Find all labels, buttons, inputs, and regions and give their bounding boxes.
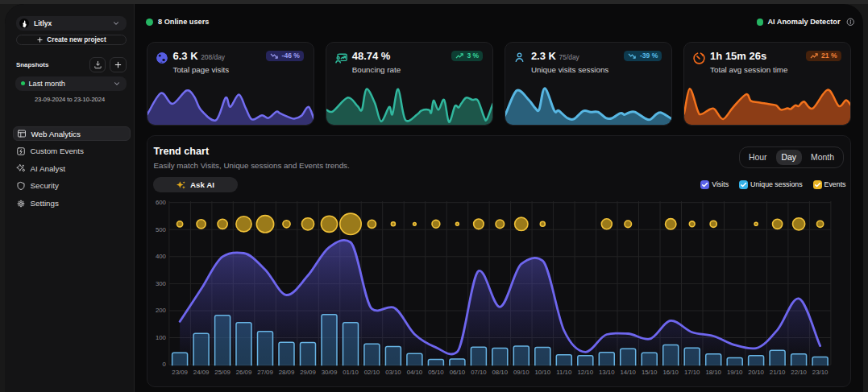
svg-text:100: 100 — [156, 334, 167, 341]
svg-text:21/10: 21/10 — [770, 369, 786, 376]
svg-text:16/10: 16/10 — [662, 369, 679, 376]
svg-text:06/10: 06/10 — [450, 369, 466, 376]
svg-text:200: 200 — [156, 307, 167, 314]
svg-text:14/10: 14/10 — [620, 369, 636, 376]
svg-text:09/10: 09/10 — [513, 369, 530, 376]
svg-text:500: 500 — [156, 226, 167, 233]
svg-text:13/10: 13/10 — [599, 369, 615, 376]
svg-text:05/10: 05/10 — [428, 369, 444, 376]
svg-text:24/09: 24/09 — [193, 369, 210, 376]
svg-text:04/10: 04/10 — [407, 369, 423, 376]
svg-text:19/10: 19/10 — [727, 369, 743, 376]
svg-text:15/10: 15/10 — [642, 369, 658, 376]
svg-text:20/10: 20/10 — [748, 369, 764, 376]
svg-text:17/10: 17/10 — [684, 369, 700, 376]
svg-text:29/09: 29/09 — [300, 369, 316, 376]
svg-text:0: 0 — [163, 361, 167, 368]
svg-text:600: 600 — [156, 199, 167, 206]
svg-text:02/10: 02/10 — [364, 369, 380, 376]
svg-text:300: 300 — [156, 280, 167, 287]
svg-text:25/09: 25/09 — [214, 369, 230, 376]
svg-text:22/10: 22/10 — [791, 369, 807, 376]
svg-text:12/10: 12/10 — [578, 369, 594, 376]
svg-text:23/10: 23/10 — [812, 369, 829, 376]
svg-text:400: 400 — [156, 253, 167, 260]
svg-text:28/09: 28/09 — [279, 369, 295, 376]
svg-text:10/10: 10/10 — [535, 369, 551, 376]
svg-text:23/09: 23/09 — [172, 369, 188, 376]
svg-text:18/10: 18/10 — [705, 369, 721, 376]
svg-text:30/09: 30/09 — [322, 369, 338, 376]
svg-text:07/10: 07/10 — [471, 369, 487, 376]
svg-text:27/09: 27/09 — [257, 369, 273, 376]
svg-text:03/10: 03/10 — [385, 369, 401, 376]
svg-text:26/09: 26/09 — [236, 369, 252, 376]
svg-text:11/10: 11/10 — [556, 369, 572, 376]
svg-text:08/10: 08/10 — [492, 369, 509, 376]
svg-text:01/10: 01/10 — [343, 369, 359, 376]
